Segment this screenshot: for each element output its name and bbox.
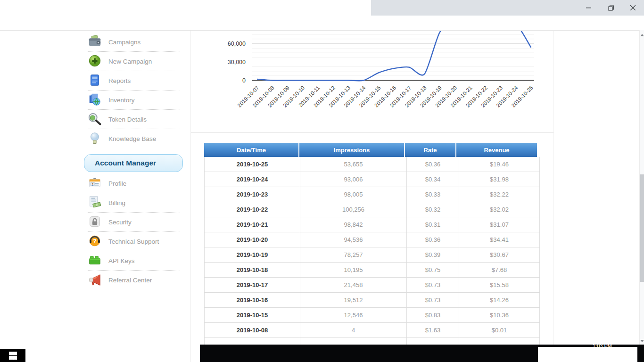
bulb-icon: [88, 132, 103, 147]
add-icon: [88, 54, 103, 69]
sidebar-item-profile[interactable]: Profile: [88, 174, 180, 193]
date-cell: 2019-10-18: [204, 263, 300, 277]
table-row: 2019-10-084$1.63$0.01: [204, 323, 540, 338]
table-row: 2019-10-2493,006$0.34$31.98: [204, 172, 540, 187]
value-cell: 21,458: [300, 278, 407, 292]
svg-text:30,000: 30,000: [228, 59, 246, 66]
report-table: Date/TimeImpressionsRateRevenue 2019-10-…: [204, 143, 540, 353]
column-header-date-time: Date/Time: [204, 143, 299, 157]
value-cell: $0.39: [407, 247, 459, 262]
sidebar-item-referral-center[interactable]: Referral Center: [88, 271, 180, 290]
value-cell: $34.41: [459, 232, 540, 247]
section-header-label: Account Manager: [95, 159, 156, 167]
value-cell: $0.01: [459, 323, 540, 337]
sidebar-item-reports[interactable]: Reports: [88, 71, 180, 90]
sidebar-item-label: New Campaign: [108, 58, 152, 65]
table-row: 2019-10-2198,842$0.31$31.07: [204, 217, 540, 232]
sidebar-item-label: Inventory: [108, 97, 135, 104]
value-cell: 78,257: [300, 247, 407, 262]
sidebar-item-inventory[interactable]: Inventory: [88, 90, 180, 110]
lock-icon: [88, 214, 103, 230]
table-body: 2019-10-2553,655$0.36$19.462019-10-2493,…: [204, 157, 540, 338]
restore-button[interactable]: [600, 0, 622, 16]
sidebar-item-label: Reports: [108, 77, 131, 84]
sidebar-item-knowledge-base[interactable]: Knowledge Base: [88, 129, 180, 148]
sidebar-item-api-keys[interactable]: API Keys: [88, 251, 180, 271]
value-cell: 94,536: [300, 232, 407, 247]
value-cell: $7.68: [459, 263, 540, 277]
value-cell: 12,546: [300, 308, 407, 322]
table-header-row: Date/TimeImpressionsRateRevenue: [204, 143, 540, 157]
value-cell: 53,655: [300, 157, 407, 172]
date-cell: 2019-10-25: [204, 157, 300, 172]
megaphone-icon: [88, 273, 103, 288]
impressions-chart: 030,00060,0002019-10-072019-10-082019-10…: [191, 31, 553, 133]
sidebar-item-technical-support[interactable]: ?Technical Support: [88, 232, 180, 251]
date-cell: 2019-10-19: [204, 247, 300, 262]
sidebar-item-label: Billing: [108, 199, 125, 206]
value-cell: $14.26: [459, 293, 540, 307]
billing-icon: [88, 195, 103, 210]
value-cell: $0.73: [407, 293, 459, 307]
table-row: 2019-10-2398,005$0.33$32.22: [204, 187, 540, 202]
support-icon: ?: [88, 234, 103, 249]
windows-start-icon[interactable]: [0, 349, 25, 362]
column-header-revenue: Revenue: [456, 143, 537, 157]
sidebar-section-account-manager[interactable]: Account Manager: [84, 154, 183, 172]
value-cell: $31.07: [459, 217, 540, 232]
id-card-icon: [88, 176, 103, 191]
column-header-rate: Rate: [405, 143, 456, 157]
column-header-impressions: Impressions: [299, 143, 405, 157]
search-globe-icon: [88, 112, 103, 127]
table-row: 2019-10-1619,512$0.73$14.26: [204, 293, 540, 308]
value-cell: $30.67: [459, 247, 540, 262]
svg-text:60,000: 60,000: [228, 41, 246, 47]
minimize-button[interactable]: [578, 0, 600, 16]
date-cell: 2019-10-22: [204, 202, 300, 217]
date-cell: 2019-10-24: [204, 172, 300, 187]
window-controls: [371, 0, 644, 16]
scroll-down-icon[interactable]: [640, 339, 644, 343]
date-cell: 2019-10-08: [204, 323, 300, 337]
sidebar-item-security[interactable]: Security: [88, 213, 180, 232]
table-row: 2019-10-1512,546$0.83$10.36: [204, 308, 540, 323]
table-row: 2019-10-1978,257$0.39$30.67: [204, 247, 540, 263]
value-cell: $19.46: [459, 157, 540, 172]
value-cell: $0.73: [407, 278, 459, 292]
line-chart-svg: 030,00060,0002019-10-072019-10-082019-10…: [191, 31, 553, 133]
scroll-up-icon[interactable]: [640, 33, 644, 37]
page-content: CampaignsNew CampaignReportsInventoryTok…: [0, 30, 644, 362]
scrollbar-thumb[interactable]: [640, 174, 644, 282]
svg-text:?: ?: [93, 238, 96, 245]
value-cell: $32.22: [459, 187, 540, 202]
sidebar-item-new-campaign[interactable]: New Campaign: [88, 52, 180, 71]
sidebar-item-token-details[interactable]: Token Details: [88, 110, 180, 129]
date-cell: 2019-10-17: [204, 278, 300, 292]
sidebar-item-campaigns[interactable]: Campaigns: [88, 33, 180, 52]
value-cell: $0.36: [407, 157, 459, 172]
date-cell: 2019-10-21: [204, 217, 300, 232]
value-cell: 19,512: [300, 293, 407, 307]
inventory-icon: [88, 92, 103, 107]
taskbar-popup: [538, 347, 637, 362]
value-cell: 10,195: [300, 263, 407, 277]
table-row: 2019-10-2553,655$0.36$19.46: [204, 157, 540, 172]
sidebar-menu-account: ProfileBillingSecurity?Technical Support…: [88, 174, 180, 290]
date-cell: 2019-10-15: [204, 308, 300, 322]
page-scrollbar[interactable]: [639, 30, 644, 345]
value-cell: $31.98: [459, 172, 540, 187]
sidebar-item-billing[interactable]: Billing: [88, 193, 180, 213]
table-row: 2019-10-22100,256$0.32$32.02: [204, 202, 540, 217]
sidebar-item-label: Security: [108, 219, 132, 226]
sidebar-item-label: Campaigns: [108, 39, 140, 46]
report-icon: [88, 73, 103, 88]
browser-toolbar: popads.net/reports/view/c1880ae1832070a1…: [0, 16, 644, 30]
value-cell: $0.75: [407, 263, 459, 277]
value-cell: $32.02: [459, 202, 540, 217]
sidebar-item-label: Token Details: [108, 116, 147, 123]
sidebar-item-label: Profile: [108, 180, 126, 187]
value-cell: 100,256: [300, 202, 407, 217]
table-row: 2019-10-1810,195$0.75$7.68: [204, 263, 540, 278]
close-icon[interactable]: [622, 0, 644, 16]
value-cell: $0.83: [407, 308, 459, 322]
